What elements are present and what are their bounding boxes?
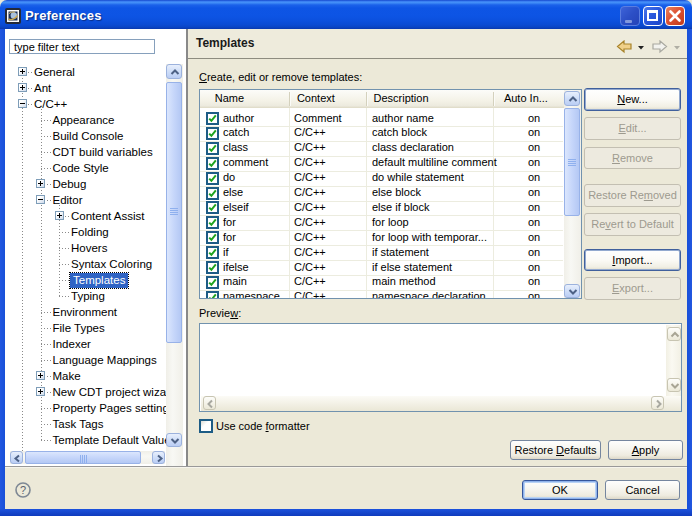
svg-text:?: ?	[20, 484, 26, 496]
